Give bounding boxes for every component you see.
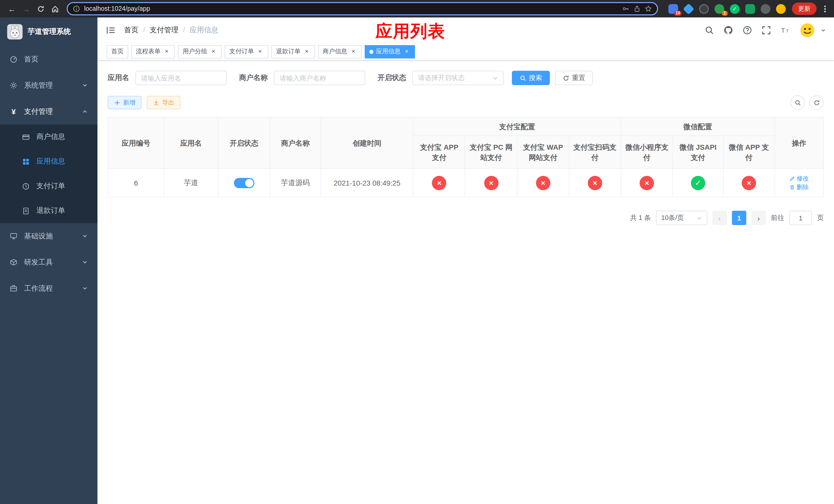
col-app-name: 应用名	[164, 117, 218, 168]
filter-form: 应用名 商户名称 开启状态 请选择开启状态 搜索 重置	[108, 71, 824, 85]
page-size-value: 10条/页	[661, 213, 684, 223]
tag-merchant-info[interactable]: 商户信息	[318, 45, 361, 58]
merchant-name-input[interactable]	[274, 71, 365, 85]
extension-icon-8[interactable]	[776, 4, 786, 14]
chevron-down-icon	[492, 75, 498, 81]
cell-alipay-wap: ×	[517, 168, 569, 197]
extension-badge-count: 10	[674, 10, 682, 16]
prev-page-button[interactable]: ‹	[712, 211, 727, 225]
sidebar-item-pay-order[interactable]: 支付订单	[0, 174, 97, 199]
col-status: 开启状态	[218, 117, 270, 168]
sidebar-item-infrastructure[interactable]: 基础设施	[0, 223, 97, 249]
total-count: 共 1 条	[630, 213, 651, 223]
plus-icon	[114, 99, 120, 106]
app-name-input[interactable]	[135, 71, 227, 85]
browser-forward-button[interactable]: →	[20, 2, 33, 15]
close-icon[interactable]	[257, 48, 264, 55]
status-error-icon: ×	[588, 176, 602, 190]
enabled-toggle[interactable]	[234, 178, 254, 188]
delete-link[interactable]: 删除	[789, 183, 809, 191]
app-logo-row[interactable]: 芋道管理系统	[0, 18, 97, 46]
page-unit-label: 页	[817, 213, 824, 223]
bookmark-star-icon[interactable]	[645, 5, 652, 12]
help-icon[interactable]	[743, 26, 752, 35]
extension-icon-5[interactable]: ✓	[730, 4, 740, 14]
extension-icon-2[interactable]	[683, 3, 694, 14]
close-icon[interactable]	[403, 48, 410, 55]
browser-menu-button[interactable]	[821, 4, 829, 14]
close-icon[interactable]	[210, 48, 217, 55]
goto-page-input[interactable]	[789, 211, 812, 225]
font-size-icon[interactable]: TT	[781, 26, 790, 35]
browser-update-button[interactable]: 更新	[792, 3, 816, 15]
app-shell: 芋道管理系统 首页 系统管理 ¥ 支付管理 商户信息	[0, 18, 834, 504]
yen-icon: ¥	[10, 108, 18, 115]
pagination: 共 1 条 10条/页 ‹ 1 › 前往 页	[108, 211, 824, 225]
sidebar-item-merchant-info[interactable]: 商户信息	[0, 124, 97, 149]
reset-button[interactable]: 重置	[555, 71, 593, 85]
sidebar-item-workflow[interactable]: 工作流程	[0, 275, 97, 301]
extension-icon-1[interactable]: 10	[668, 4, 678, 14]
avatar-caret-icon[interactable]	[821, 28, 826, 33]
show-search-toggle-button[interactable]	[790, 95, 805, 110]
close-icon[interactable]	[350, 48, 357, 55]
sidebar-item-label: 商户信息	[37, 132, 65, 141]
search-icon	[794, 99, 801, 106]
edit-link[interactable]: 修改	[789, 174, 809, 183]
export-button[interactable]: 导出	[147, 96, 180, 109]
site-info-icon[interactable]	[73, 5, 80, 12]
gear-icon	[10, 82, 18, 89]
sidebar-toggle-icon[interactable]	[106, 25, 116, 36]
browser-reload-button[interactable]	[34, 2, 47, 15]
browser-back-button[interactable]: ←	[5, 2, 19, 15]
next-page-button[interactable]: ›	[751, 211, 766, 225]
tag-app-info[interactable]: 应用信息	[365, 45, 415, 58]
github-icon[interactable]	[724, 26, 733, 35]
col-wechat-mini: 微信小程序支付	[621, 136, 673, 168]
tag-process-form[interactable]: 流程表单	[131, 45, 175, 58]
col-app-id: 应用编号	[108, 117, 164, 168]
sidebar-item-payment[interactable]: ¥ 支付管理	[0, 98, 97, 124]
sidebar-item-system[interactable]: 系统管理	[0, 72, 97, 98]
tag-label: 商户信息	[323, 47, 347, 56]
extension-icon-6[interactable]	[745, 4, 755, 14]
page-number-1[interactable]: 1	[732, 211, 746, 225]
tag-home[interactable]: 首页	[107, 45, 128, 58]
refresh-table-button[interactable]	[809, 95, 824, 110]
status-error-icon: ×	[432, 176, 446, 190]
tag-user-group[interactable]: 用户分组	[178, 45, 222, 58]
sidebar-item-dev-tools[interactable]: 研发工具	[0, 249, 97, 275]
browser-home-button[interactable]	[48, 2, 62, 15]
share-icon[interactable]	[633, 5, 641, 12]
status-label: 开启状态	[377, 73, 406, 83]
cell-wechat-jsapi: ✓	[673, 168, 723, 197]
status-select-placeholder: 请选择开启状态	[418, 73, 465, 83]
app-title: 芋道管理系统	[28, 27, 71, 37]
tag-refund-order[interactable]: 退款订单	[271, 45, 315, 58]
page-title: 应用列表	[375, 20, 445, 43]
status-select[interactable]: 请选择开启状态	[412, 71, 504, 85]
sidebar-item-home[interactable]: 首页	[0, 46, 97, 72]
user-avatar[interactable]	[799, 23, 815, 38]
address-bar[interactable]: localhost:1024/pay/app	[67, 2, 658, 15]
extension-icon-4[interactable]: 1	[715, 4, 724, 14]
add-button[interactable]: 新增	[108, 96, 141, 109]
extension-icon-7[interactable]	[761, 4, 770, 14]
chevron-down-icon	[82, 83, 88, 88]
breadcrumb-home[interactable]: 首页	[124, 26, 138, 35]
sidebar-item-refund-order[interactable]: 退款订单	[0, 199, 97, 223]
dashboard-icon	[10, 55, 18, 63]
search-icon[interactable]	[705, 26, 714, 35]
app-table: 应用编号 应用名 开启状态 商户名称 创建时间 支付宝配置 微信配置 操作 支付…	[108, 117, 824, 198]
tag-pay-order[interactable]: 支付订单	[225, 45, 268, 58]
search-button[interactable]: 搜索	[512, 71, 550, 85]
close-icon[interactable]	[163, 48, 170, 55]
close-icon[interactable]	[303, 48, 310, 55]
breadcrumb-section[interactable]: 支付管理	[138, 26, 178, 35]
page-size-select[interactable]: 10条/页	[656, 211, 707, 225]
sidebar-item-app-info[interactable]: 应用信息	[0, 149, 97, 174]
cell-alipay-pc: ×	[465, 168, 517, 197]
extension-icon-3[interactable]	[699, 4, 709, 14]
password-key-icon[interactable]	[622, 5, 629, 12]
fullscreen-icon[interactable]	[762, 26, 771, 35]
